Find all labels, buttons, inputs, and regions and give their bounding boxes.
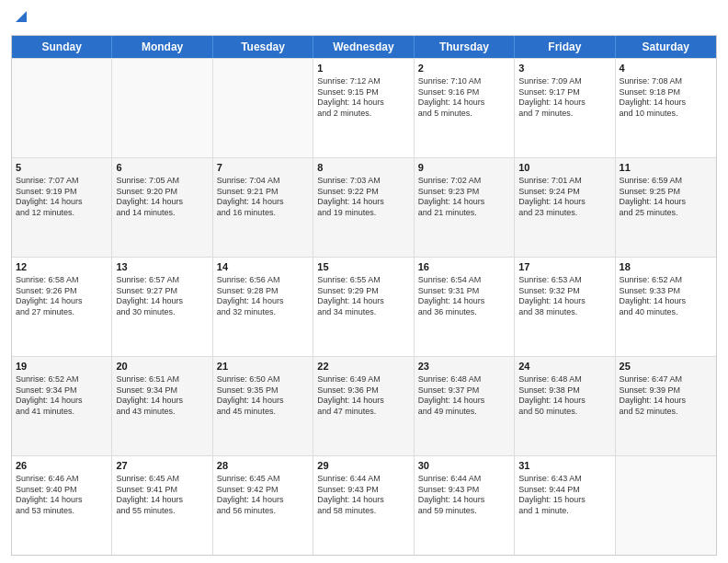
calendar-cell-22: 22Sunrise: 6:49 AM Sunset: 9:36 PM Dayli… [313, 357, 414, 455]
calendar-cell-empty [616, 456, 716, 555]
cell-details: Sunrise: 6:53 AM Sunset: 9:32 PM Dayligh… [518, 275, 610, 318]
day-number: 4 [620, 62, 712, 75]
day-number: 17 [518, 260, 610, 274]
calendar-cell-20: 20Sunrise: 6:51 AM Sunset: 9:34 PM Dayli… [112, 357, 212, 455]
header [11, 9, 717, 29]
calendar-cell-13: 13Sunrise: 6:57 AM Sunset: 9:27 PM Dayli… [112, 258, 212, 356]
cell-details: Sunrise: 7:10 AM Sunset: 9:16 PM Dayligh… [418, 76, 510, 120]
calendar: SundayMondayTuesdayWednesdayThursdayFrid… [11, 35, 717, 556]
cell-details: Sunrise: 6:55 AM Sunset: 9:29 PM Dayligh… [317, 275, 409, 318]
day-number: 15 [317, 260, 409, 274]
calendar-cell-empty [112, 59, 212, 157]
calendar-cell-8: 8Sunrise: 7:03 AM Sunset: 9:22 PM Daylig… [313, 158, 414, 257]
day-number: 29 [317, 459, 409, 473]
calendar-cell-24: 24Sunrise: 6:48 AM Sunset: 9:38 PM Dayli… [515, 357, 615, 455]
day-number: 30 [418, 459, 510, 473]
calendar-cell-18: 18Sunrise: 6:52 AM Sunset: 9:33 PM Dayli… [616, 258, 716, 356]
cell-details: Sunrise: 7:08 AM Sunset: 9:18 PM Dayligh… [620, 76, 712, 120]
calendar-body: 1Sunrise: 7:12 AM Sunset: 9:15 PM Daylig… [12, 58, 716, 555]
day-number: 22 [317, 360, 409, 373]
day-number: 16 [418, 260, 510, 274]
day-number: 1 [317, 62, 409, 75]
day-header-tuesday: Tuesday [213, 36, 313, 58]
calendar-cell-25: 25Sunrise: 6:47 AM Sunset: 9:39 PM Dayli… [616, 357, 716, 455]
day-number: 9 [418, 161, 510, 175]
calendar-cell-31: 31Sunrise: 6:43 AM Sunset: 9:44 PM Dayli… [515, 456, 615, 555]
day-number: 2 [418, 62, 510, 75]
calendar-cell-10: 10Sunrise: 7:01 AM Sunset: 9:24 PM Dayli… [515, 158, 615, 257]
cell-details: Sunrise: 7:07 AM Sunset: 9:19 PM Dayligh… [16, 176, 108, 219]
day-number: 20 [116, 360, 208, 373]
day-number: 19 [16, 360, 108, 373]
cell-details: Sunrise: 6:58 AM Sunset: 9:26 PM Dayligh… [16, 275, 108, 318]
calendar-cell-2: 2Sunrise: 7:10 AM Sunset: 9:16 PM Daylig… [415, 59, 515, 157]
day-number: 31 [518, 459, 610, 473]
day-number: 25 [620, 360, 712, 373]
day-number: 18 [620, 260, 712, 274]
day-number: 10 [518, 161, 610, 175]
cell-details: Sunrise: 7:09 AM Sunset: 9:17 PM Dayligh… [518, 76, 610, 120]
calendar-cell-28: 28Sunrise: 6:45 AM Sunset: 9:42 PM Dayli… [213, 456, 313, 555]
calendar-cell-21: 21Sunrise: 6:50 AM Sunset: 9:35 PM Dayli… [213, 357, 313, 455]
logo [11, 9, 27, 29]
calendar-row-4: 19Sunrise: 6:52 AM Sunset: 9:34 PM Dayli… [12, 356, 716, 455]
day-number: 11 [620, 161, 712, 175]
cell-details: Sunrise: 6:48 AM Sunset: 9:38 PM Dayligh… [518, 374, 610, 418]
calendar-cell-23: 23Sunrise: 6:48 AM Sunset: 9:37 PM Dayli… [415, 357, 515, 455]
cell-details: Sunrise: 6:50 AM Sunset: 9:35 PM Dayligh… [217, 374, 309, 418]
day-header-friday: Friday [515, 36, 615, 58]
cell-details: Sunrise: 6:59 AM Sunset: 9:25 PM Dayligh… [620, 176, 712, 219]
cell-details: Sunrise: 6:44 AM Sunset: 9:43 PM Dayligh… [317, 474, 409, 517]
calendar-cell-1: 1Sunrise: 7:12 AM Sunset: 9:15 PM Daylig… [313, 59, 414, 157]
calendar-cell-17: 17Sunrise: 6:53 AM Sunset: 9:32 PM Dayli… [515, 258, 615, 356]
day-header-wednesday: Wednesday [313, 36, 414, 58]
cell-details: Sunrise: 6:45 AM Sunset: 9:42 PM Dayligh… [217, 474, 309, 517]
cell-details: Sunrise: 7:05 AM Sunset: 9:20 PM Dayligh… [116, 176, 208, 219]
calendar-cell-7: 7Sunrise: 7:04 AM Sunset: 9:21 PM Daylig… [213, 158, 313, 257]
day-number: 5 [16, 161, 108, 175]
logo-triangle-icon [12, 9, 27, 28]
cell-details: Sunrise: 6:44 AM Sunset: 9:43 PM Dayligh… [418, 474, 510, 517]
day-header-sunday: Sunday [12, 36, 112, 58]
calendar-cell-15: 15Sunrise: 6:55 AM Sunset: 9:29 PM Dayli… [313, 258, 414, 356]
cell-details: Sunrise: 6:54 AM Sunset: 9:31 PM Dayligh… [418, 275, 510, 318]
calendar-cell-29: 29Sunrise: 6:44 AM Sunset: 9:43 PM Dayli… [313, 456, 414, 555]
cell-details: Sunrise: 6:47 AM Sunset: 9:39 PM Dayligh… [620, 374, 712, 418]
day-number: 6 [116, 161, 208, 175]
day-number: 3 [518, 62, 610, 75]
day-number: 27 [116, 459, 208, 473]
day-header-monday: Monday [112, 36, 212, 58]
page: SundayMondayTuesdayWednesdayThursdayFrid… [0, 0, 728, 563]
calendar-row-2: 5Sunrise: 7:07 AM Sunset: 9:19 PM Daylig… [12, 157, 716, 257]
calendar-row-3: 12Sunrise: 6:58 AM Sunset: 9:26 PM Dayli… [12, 257, 716, 356]
svg-marker-0 [16, 11, 27, 22]
day-number: 21 [217, 360, 309, 373]
cell-details: Sunrise: 6:45 AM Sunset: 9:41 PM Dayligh… [116, 474, 208, 517]
day-number: 23 [418, 360, 510, 373]
calendar-row-5: 26Sunrise: 6:46 AM Sunset: 9:40 PM Dayli… [12, 455, 716, 555]
calendar-cell-14: 14Sunrise: 6:56 AM Sunset: 9:28 PM Dayli… [213, 258, 313, 356]
calendar-cell-4: 4Sunrise: 7:08 AM Sunset: 9:18 PM Daylig… [616, 59, 716, 157]
cell-details: Sunrise: 7:01 AM Sunset: 9:24 PM Dayligh… [518, 176, 610, 219]
calendar-cell-11: 11Sunrise: 6:59 AM Sunset: 9:25 PM Dayli… [616, 158, 716, 257]
cell-details: Sunrise: 6:52 AM Sunset: 9:33 PM Dayligh… [620, 275, 712, 318]
cell-details: Sunrise: 6:48 AM Sunset: 9:37 PM Dayligh… [418, 374, 510, 418]
calendar-cell-3: 3Sunrise: 7:09 AM Sunset: 9:17 PM Daylig… [515, 59, 615, 157]
calendar-cell-5: 5Sunrise: 7:07 AM Sunset: 9:19 PM Daylig… [12, 158, 112, 257]
cell-details: Sunrise: 6:43 AM Sunset: 9:44 PM Dayligh… [518, 474, 610, 517]
cell-details: Sunrise: 6:49 AM Sunset: 9:36 PM Dayligh… [317, 374, 409, 418]
calendar-cell-12: 12Sunrise: 6:58 AM Sunset: 9:26 PM Dayli… [12, 258, 112, 356]
calendar-cell-9: 9Sunrise: 7:02 AM Sunset: 9:23 PM Daylig… [415, 158, 515, 257]
calendar-cell-27: 27Sunrise: 6:45 AM Sunset: 9:41 PM Dayli… [112, 456, 212, 555]
cell-details: Sunrise: 7:03 AM Sunset: 9:22 PM Dayligh… [317, 176, 409, 219]
day-number: 7 [217, 161, 309, 175]
calendar-cell-26: 26Sunrise: 6:46 AM Sunset: 9:40 PM Dayli… [12, 456, 112, 555]
cell-details: Sunrise: 7:02 AM Sunset: 9:23 PM Dayligh… [418, 176, 510, 219]
day-number: 14 [217, 260, 309, 274]
day-number: 26 [16, 459, 108, 473]
calendar-cell-16: 16Sunrise: 6:54 AM Sunset: 9:31 PM Dayli… [415, 258, 515, 356]
cell-details: Sunrise: 7:12 AM Sunset: 9:15 PM Dayligh… [317, 76, 409, 120]
cell-details: Sunrise: 6:51 AM Sunset: 9:34 PM Dayligh… [116, 374, 208, 418]
calendar-cell-empty [213, 59, 313, 157]
day-number: 28 [217, 459, 309, 473]
